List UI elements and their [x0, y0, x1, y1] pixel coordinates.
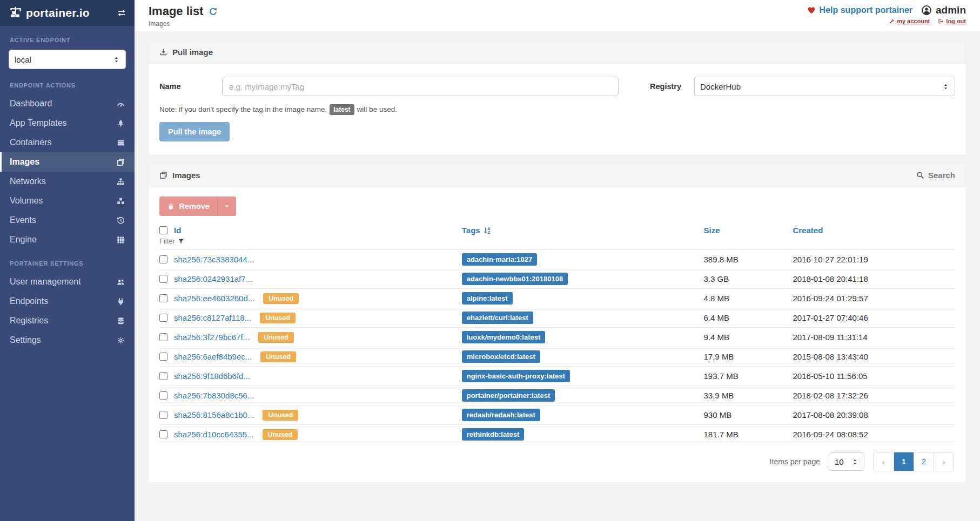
images-table: Id Filter Tags AZ — [159, 225, 955, 444]
image-created: 2017-08-09 11:31:14 — [793, 333, 955, 342]
image-size: 17.9 MB — [704, 352, 793, 361]
sidebar-collapse-icon[interactable] — [117, 9, 126, 17]
content-header: Image list Images Help support portainer… — [135, 0, 980, 31]
row-checkbox[interactable] — [159, 333, 167, 341]
trash-icon — [167, 202, 175, 211]
image-id-link[interactable]: sha256:9f18d6b6fd... — [174, 371, 250, 381]
table-row: sha256:3f279bc67f... Unused luoxk/mydemo… — [159, 327, 955, 347]
image-id-link[interactable]: sha256:7b830d8c56... — [174, 391, 254, 400]
sidebar-item-networks[interactable]: Networks — [0, 172, 135, 191]
image-tag-badge: ehazlett/curl:latest — [462, 312, 533, 324]
images-panel-title: Images — [172, 171, 200, 180]
download-icon — [159, 48, 167, 56]
row-checkbox[interactable] — [159, 294, 167, 302]
row-checkbox[interactable] — [159, 411, 167, 419]
items-per-page-select[interactable]: 10 — [829, 452, 864, 471]
logo-text: portainer.io — [26, 6, 90, 19]
page-button-2[interactable]: 2 — [914, 452, 934, 471]
column-header-created[interactable]: Created — [793, 226, 823, 235]
sidebar-item-images[interactable]: Images — [0, 152, 135, 172]
image-id-link[interactable]: sha256:ee4603260d... — [174, 294, 254, 303]
row-checkbox[interactable] — [159, 314, 167, 322]
sort-alpha-icon: AZ — [484, 227, 491, 234]
image-id-link[interactable]: sha256:c8127af118... — [174, 313, 251, 322]
image-created: 2016-09-24 01:29:57 — [793, 294, 955, 303]
select-all-checkbox[interactable] — [159, 226, 167, 234]
row-checkbox[interactable] — [159, 353, 167, 361]
sidebar-item-dashboard[interactable]: Dashboard — [0, 94, 135, 113]
image-created: 2018-01-08 20:41:18 — [793, 274, 955, 283]
user-circle-icon — [921, 5, 932, 16]
page-button-1[interactable]: 1 — [894, 452, 914, 471]
log-out-link[interactable]: log out — [938, 18, 966, 24]
database-icon — [117, 317, 125, 325]
image-id-link[interactable]: sha256:73c3383044... — [174, 255, 254, 264]
remove-button[interactable]: Remove — [159, 197, 217, 216]
image-size: 181.7 MB — [704, 430, 793, 439]
table-row: sha256:73c3383044... adachin-maria:1027 … — [159, 249, 955, 269]
image-size: 9.4 MB — [704, 333, 793, 342]
column-header-id[interactable]: Id — [174, 226, 181, 235]
table-row: sha256:9f18d6b6fd... nginx-basic-auth-pr… — [159, 366, 955, 385]
rocket-icon — [117, 119, 125, 127]
remove-dropdown-button[interactable] — [217, 197, 236, 216]
prev-page-button[interactable]: ‹ — [874, 452, 894, 471]
unused-badge: Unused — [263, 429, 298, 440]
sidebar-item-engine[interactable]: Engine — [0, 230, 135, 249]
breadcrumb: Images — [149, 20, 218, 28]
items-per-page-label: Items per page — [770, 457, 820, 466]
name-label: Name — [159, 82, 222, 91]
sidebar-item-containers[interactable]: Containers — [0, 133, 135, 152]
cogs-icon — [117, 336, 125, 344]
logo-bar: portainer.io — [0, 0, 135, 26]
row-checkbox[interactable] — [159, 391, 167, 400]
column-header-tags[interactable]: Tags AZ — [462, 226, 491, 235]
sign-out-icon — [938, 18, 944, 24]
image-id-link[interactable]: sha256:8156a8c1b0... — [174, 410, 254, 419]
image-id-link[interactable]: sha256:0242931af7... — [174, 274, 252, 283]
help-support-link[interactable]: Help support portainer — [807, 5, 912, 15]
pull-image-button[interactable]: Pull the image — [159, 122, 230, 141]
sidebar-item-volumes[interactable]: Volumes — [0, 191, 135, 211]
sidebar-item-endpoints[interactable]: Endpoints — [0, 292, 135, 311]
my-account-link[interactable]: my account — [889, 18, 930, 24]
items-per-page-value: 10 — [835, 457, 844, 466]
image-tag-badge: rethinkdb:latest — [462, 428, 525, 441]
sidebar-item-events[interactable]: Events — [0, 211, 135, 230]
row-checkbox[interactable] — [159, 275, 167, 283]
main-area: Image list Images Help support portainer… — [135, 0, 980, 521]
image-id-link[interactable]: sha256:6aef84b9ec... — [174, 352, 252, 361]
row-checkbox[interactable] — [159, 430, 167, 438]
svg-text:Z: Z — [487, 231, 490, 234]
next-page-button[interactable]: › — [934, 452, 954, 471]
image-name-input[interactable] — [222, 77, 619, 96]
sidebar-item-app-templates[interactable]: App Templates — [0, 113, 135, 133]
image-tag-badge: microbox/etcd:latest — [462, 350, 540, 363]
search-button[interactable]: Search — [916, 171, 955, 180]
column-header-size[interactable]: Size — [704, 226, 720, 235]
sidebar-item-registries[interactable]: Registries — [0, 311, 135, 330]
image-size: 389.8 MB — [704, 255, 793, 264]
heart-icon — [807, 6, 816, 15]
refresh-icon[interactable] — [209, 7, 218, 16]
unused-badge: Unused — [258, 332, 294, 343]
unused-badge: Unused — [263, 293, 299, 304]
sidebar-item-settings[interactable]: Settings — [0, 330, 135, 350]
registry-select-value: DockerHub — [700, 82, 741, 91]
endpoint-select-value: local — [15, 55, 31, 64]
filter-toggle[interactable]: Filter — [159, 237, 462, 245]
caret-down-icon — [224, 203, 230, 209]
image-size: 193.7 MB — [704, 371, 793, 381]
clone-icon — [117, 158, 125, 166]
image-id-link[interactable]: sha256:3f279bc67f... — [174, 333, 250, 342]
pull-note: Note: if you don't specify the tag in th… — [149, 96, 966, 113]
image-created: 2017-08-08 20:39:08 — [793, 410, 955, 419]
registry-select[interactable]: DockerHub — [694, 77, 955, 96]
image-id-link[interactable]: sha256:d10cc64355... — [174, 430, 254, 439]
row-checkbox[interactable] — [159, 372, 167, 380]
registry-label: Registry — [650, 82, 694, 91]
row-checkbox[interactable] — [159, 255, 167, 263]
endpoint-select[interactable]: local — [9, 50, 126, 69]
image-size: 3.3 GB — [704, 274, 793, 283]
sidebar-item-user-management[interactable]: User management — [0, 272, 135, 292]
